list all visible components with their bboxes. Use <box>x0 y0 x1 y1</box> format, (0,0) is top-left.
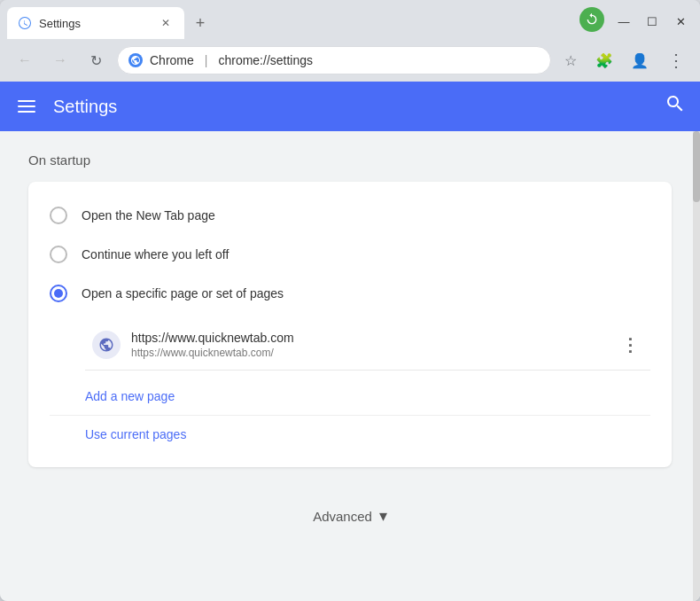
use-current-pages-link-container: Use current pages <box>28 416 672 453</box>
forward-button[interactable]: → <box>46 46 74 74</box>
maximize-button[interactable]: ☐ <box>640 9 665 34</box>
url-entry-globe-icon <box>92 331 121 359</box>
advanced-section[interactable]: Advanced ▾ <box>28 488 672 543</box>
scrollbar-thumb[interactable] <box>693 131 700 202</box>
radio-option-specific[interactable]: Open a specific page or set of pages <box>28 274 672 313</box>
title-bar: Settings ✕ + — ☐ ✕ <box>0 0 700 39</box>
profile-button[interactable]: 👤 <box>626 46 654 74</box>
radio-circle-new-tab <box>50 207 67 224</box>
tab-favicon <box>18 16 32 30</box>
active-tab[interactable]: Settings ✕ <box>7 7 184 39</box>
new-tab-button[interactable]: + <box>188 11 213 35</box>
url-bar[interactable]: Chrome | chrome://settings <box>117 46 551 74</box>
radio-circle-continue <box>50 246 67 263</box>
radio-label-specific: Open a specific page or set of pages <box>82 286 284 300</box>
more-button[interactable]: ⋮ <box>661 46 689 74</box>
section-title: On startup <box>28 152 672 168</box>
extensions-button[interactable]: 🧩 <box>590 46 618 74</box>
back-button[interactable]: ← <box>11 46 39 74</box>
url-separator: | <box>205 53 208 67</box>
url-entry-more-button[interactable]: ⋮ <box>618 331 643 359</box>
browser-window: Settings ✕ + — ☐ ✕ ← → ↻ Chrome | chrome… <box>0 0 700 601</box>
bookmark-button[interactable]: ☆ <box>558 48 583 73</box>
startup-card: Open the New Tab page Continue where you… <box>28 182 672 467</box>
window-controls: — ☐ ✕ <box>579 7 693 35</box>
settings-header: Settings <box>0 82 700 131</box>
tab-close-button[interactable]: ✕ <box>158 15 174 31</box>
tab-title: Settings <box>39 17 151 30</box>
radio-option-new-tab[interactable]: Open the New Tab page <box>28 196 672 235</box>
close-button[interactable]: ✕ <box>668 9 693 34</box>
reload-button[interactable]: ↻ <box>82 46 110 74</box>
url-entry-text: https://www.quicknewtab.com https://www.… <box>131 331 607 359</box>
scrollbar[interactable] <box>693 131 700 601</box>
advanced-arrow-icon: ▾ <box>379 506 387 526</box>
radio-label-continue: Continue where you left off <box>82 247 229 261</box>
url-path: chrome://settings <box>218 53 313 67</box>
url-entry-title: https://www.quicknewtab.com <box>131 331 607 345</box>
settings-title: Settings <box>53 97 117 117</box>
use-current-pages-link[interactable]: Use current pages <box>85 427 186 441</box>
address-bar: ← → ↻ Chrome | chrome://settings ☆ 🧩 👤 ⋮ <box>0 39 700 82</box>
content-area: On startup Open the New Tab page Continu… <box>0 131 700 601</box>
add-new-page-link[interactable]: Add a new page <box>85 389 175 403</box>
url-domain: Chrome <box>150 53 194 67</box>
url-entry: https://www.quicknewtab.com https://www.… <box>85 320 650 371</box>
url-entry-subtitle: https://www.quicknewtab.com/ <box>131 347 607 359</box>
settings-search-button[interactable] <box>665 93 686 120</box>
advanced-label: Advanced <box>313 509 372 524</box>
hamburger-menu[interactable] <box>14 97 39 116</box>
radio-option-continue[interactable]: Continue where you left off <box>28 235 672 274</box>
url-favicon <box>128 53 143 67</box>
radio-circle-specific <box>50 285 67 302</box>
main-content: On startup Open the New Tab page Continu… <box>0 131 700 601</box>
radio-label-new-tab: Open the New Tab page <box>82 208 215 222</box>
minimize-button[interactable]: — <box>611 9 636 34</box>
update-icon <box>579 7 604 32</box>
add-new-page-link-container: Add a new page <box>28 378 672 415</box>
